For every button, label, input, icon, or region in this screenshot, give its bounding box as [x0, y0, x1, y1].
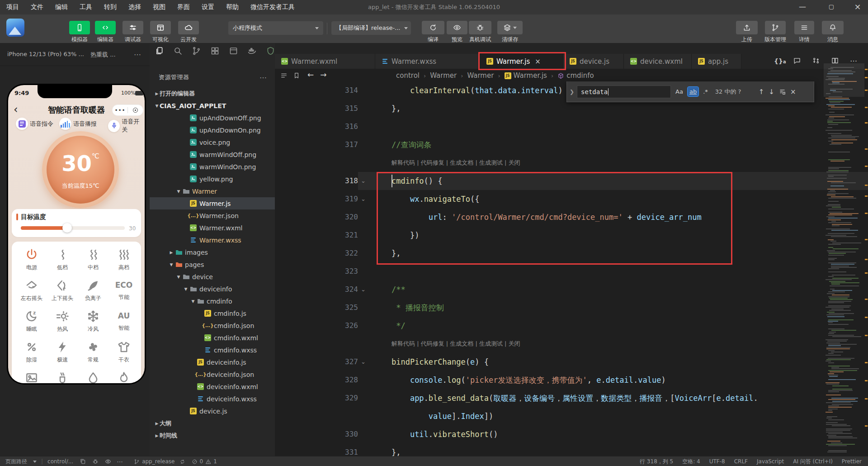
function-左右摇头[interactable]: 左右摇头: [16, 279, 47, 308]
function-智能[interactable]: AU智能: [108, 309, 139, 338]
plugin-shield-icon[interactable]: [266, 46, 275, 56]
breadcrumb-item-cmdinfo[interactable]: cmdinfo: [557, 71, 594, 80]
compare-changes-icon[interactable]: [812, 57, 820, 65]
codelens-actions[interactable]: 解释代码 | 代码修复 | 生成文档 | 生成测试 | 关闭: [373, 154, 520, 172]
toolbar-上传-button[interactable]: [736, 21, 758, 34]
close-button[interactable]: ×: [847, 0, 868, 14]
toolbar-编译-button[interactable]: [422, 21, 444, 34]
breadcrumb-item-Warmer.js[interactable]: JSWarmer.js: [505, 71, 547, 80]
status-Prettier[interactable]: Prettier: [842, 458, 862, 466]
fold-icon[interactable]: ⌄: [361, 353, 366, 371]
toolbar-清缓存-button[interactable]: [497, 21, 523, 34]
toolbar-编辑器-button[interactable]: [95, 21, 116, 34]
code-line[interactable]: app.ble_send_data(取暖器，设备编号，属性设置，数据类型，播报音…: [373, 389, 758, 407]
function-常规[interactable]: 常规: [78, 340, 108, 369]
debug-icon[interactable]: [92, 458, 99, 465]
slider-thumb[interactable]: [62, 223, 72, 233]
toolbar-可视化-button[interactable]: [150, 21, 171, 34]
function-电源[interactable]: 电源: [16, 248, 47, 277]
code-line[interactable]: clearInterval(that.data.interval): [373, 81, 563, 100]
whole-word-toggle[interactable]: ab: [688, 87, 698, 96]
breadcrumb-item-Warmer[interactable]: Warmer: [467, 71, 494, 80]
code-line[interactable]: bindPickerChange(e) {: [373, 353, 489, 371]
status-AI问答[interactable]: AI 问答 (Ctrl+I): [793, 458, 833, 466]
function-热风[interactable]: 热风: [47, 309, 78, 338]
prev-match-button[interactable]: ↑: [759, 88, 764, 96]
menu-文件[interactable]: 文件: [31, 3, 43, 11]
menu-微信开发者工具[interactable]: 微信开发者工具: [250, 3, 295, 11]
function-中档[interactable]: 中档: [78, 248, 108, 277]
fold-icon[interactable]: ⌄: [361, 190, 366, 208]
toolbar-真机调试-button[interactable]: [469, 21, 491, 34]
codelens-actions[interactable]: 解释代码 | 代码修复 | 生成文档 | 生成测试 | 关闭: [373, 335, 520, 353]
function-低档[interactable]: 低档: [47, 248, 78, 277]
tree-item-pages[interactable]: ▼pages: [150, 258, 294, 271]
tab-Warmer.wxss[interactable]: Warmer.wxss: [375, 54, 480, 69]
fold-icon[interactable]: ⌄: [361, 172, 366, 190]
status-CRLF[interactable]: CRLF: [734, 458, 748, 466]
code-line[interactable]: value].Index]): [373, 407, 493, 425]
voice-button-语音播报[interactable]: 语音播报: [59, 118, 97, 130]
window-icon[interactable]: [229, 46, 238, 56]
find-in-selection-icon[interactable]: [779, 88, 786, 95]
fold-icon[interactable]: ⌄: [361, 281, 366, 299]
function-屏显[interactable]: 屏显: [16, 371, 47, 383]
match-case-toggle[interactable]: Aa: [674, 87, 685, 96]
capsule-menu[interactable]: •••: [112, 105, 143, 116]
device-select[interactable]: iPhone 12/13 (Pro) 63% ...: [7, 51, 84, 57]
toolbar-消息-button[interactable]: [822, 21, 844, 34]
bookmark-icon[interactable]: [293, 72, 300, 79]
next-match-button[interactable]: ↓: [769, 88, 774, 96]
function-冷风[interactable]: 冷风: [78, 309, 108, 338]
status-行318，列5[interactable]: 行 318，列 5: [640, 458, 673, 466]
explorer-section-时间线[interactable]: ▶时间线: [150, 429, 279, 442]
more-icon[interactable]: …: [134, 48, 141, 57]
code-line[interactable]: url: '/control/Warmer/cmd/cmd?device_num…: [373, 208, 702, 226]
tree-item-CIAS_AIOT_APPLET[interactable]: ▼CIAS_AIOT_APPLET: [150, 100, 279, 112]
breadcrumb-item-control[interactable]: control: [396, 71, 420, 80]
code-line[interactable]: },: [373, 244, 401, 262]
code-line[interactable]: * 播报音控制: [373, 299, 444, 317]
toolbar-详情-button[interactable]: [794, 21, 814, 34]
explorer-section-打开的编辑器[interactable]: ▶打开的编辑器: [150, 87, 279, 100]
find-expand-icon[interactable]: ❯: [570, 89, 574, 95]
search-input[interactable]: setdata: [577, 86, 671, 98]
tree-item-images[interactable]: ▶images: [150, 246, 294, 258]
code-line[interactable]: util.vibrateShort(): [373, 425, 498, 443]
function-加湿[interactable]: 加湿: [47, 371, 78, 383]
tab-Warmer.wxml[interactable]: <>Warmer.wxml: [275, 54, 375, 69]
nav-forward-icon[interactable]: →: [320, 70, 326, 79]
mode-select[interactable]: 小程序模式: [228, 21, 323, 35]
function-上下摇头[interactable]: 上下摇头: [47, 279, 78, 308]
function-火焰[interactable]: 火焰: [108, 371, 139, 383]
code-line[interactable]: /**: [373, 281, 406, 299]
files-icon[interactable]: [155, 46, 164, 56]
search-icon[interactable]: [173, 46, 183, 56]
function-睡眠[interactable]: z睡眠: [16, 309, 47, 338]
docker-icon[interactable]: [247, 46, 257, 56]
minimize-button[interactable]: —: [792, 0, 813, 14]
minimap[interactable]: [824, 63, 864, 456]
menu-视图[interactable]: 视图: [153, 3, 165, 11]
status-空格:4[interactable]: 空格: 4: [682, 458, 700, 466]
preview-icon[interactable]: [105, 458, 111, 465]
tab-Warmer.js[interactable]: JSWarmer.js×: [480, 54, 563, 69]
sync-icon[interactable]: [179, 459, 185, 465]
regex-toggle[interactable]: .*: [701, 87, 710, 96]
source-control-icon[interactable]: [192, 46, 201, 56]
minimap-slider[interactable]: [824, 63, 864, 97]
code-line[interactable]: }): [373, 226, 419, 244]
menu-编辑[interactable]: 编辑: [55, 3, 68, 11]
code-line[interactable]: cmdinfo() {: [373, 172, 443, 190]
code-line[interactable]: */: [373, 317, 406, 335]
menu-界面[interactable]: 界面: [177, 3, 190, 11]
outline-icon[interactable]: [280, 72, 288, 79]
more-icon[interactable]: …: [259, 71, 267, 80]
explorer-section-大纲[interactable]: ▶大纲: [150, 417, 279, 429]
project-branch[interactable]: app_release: [134, 458, 175, 465]
function-节能[interactable]: ECO节能: [108, 279, 139, 308]
tab-device.js[interactable]: JSdevice.js: [563, 54, 624, 69]
code-line[interactable]: },: [373, 100, 401, 118]
breadcrumb-item-Warmer[interactable]: Warmer: [430, 71, 457, 80]
code-line[interactable]: console.log('picker发送选择改变，携带值为', e.detai…: [373, 371, 666, 389]
